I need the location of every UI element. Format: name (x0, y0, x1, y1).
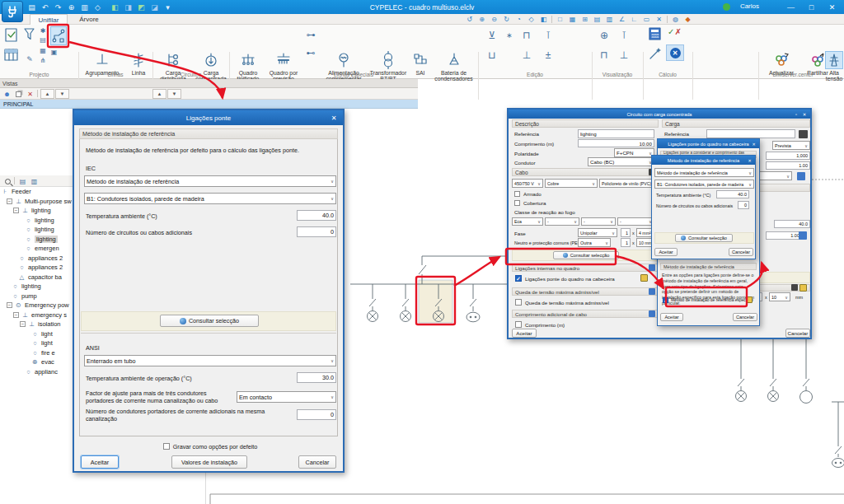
ncond-input[interactable]: 0 (297, 409, 336, 420)
pan-hand-icon[interactable]: ◇ (525, 15, 537, 24)
zoom-window-icon[interactable]: ⊕ (476, 15, 488, 24)
section-icon[interactable] (791, 284, 798, 291)
help-icon[interactable] (799, 231, 807, 240)
dimension-icon[interactable]: ▤ (591, 15, 603, 24)
close-icon[interactable]: ✕ (746, 156, 753, 165)
referencia-input[interactable]: lighting (578, 129, 654, 138)
close-button[interactable]: ✕ (822, 0, 842, 14)
consultar-seleccao-button[interactable]: Consultar selecção (553, 251, 619, 259)
tab-unifilar[interactable]: Unifilar (30, 14, 68, 25)
metodo-b1-combo[interactable]: B1: Condutores isolados, parede de madei… (654, 180, 754, 189)
edit-detail-icon[interactable] (799, 284, 807, 292)
restore-icon[interactable]: ▫ (792, 110, 800, 119)
neutro-count-input[interactable]: 1 (621, 238, 631, 247)
move-down-button[interactable]: ▼ (55, 89, 69, 99)
factor-combo[interactable]: Em contacto∨ (237, 391, 336, 403)
tree-expander-icon[interactable]: − (7, 198, 12, 204)
temp-input[interactable]: 40.0 (716, 190, 749, 198)
grid-icon[interactable]: ▦ (566, 15, 579, 24)
tree-expander-icon[interactable]: − (20, 321, 26, 327)
info-icon[interactable] (649, 264, 655, 271)
ncirc-input[interactable]: 0 (297, 226, 336, 237)
minimize-button[interactable]: — (781, 0, 801, 14)
info-icon[interactable] (649, 310, 655, 317)
fase-count-input[interactable]: 1 (621, 228, 631, 237)
dialog-circuito-titlebar[interactable]: Circuito com carga concentrada ▫ ✕ (509, 110, 810, 119)
aceitar-button[interactable]: Aceitar (512, 329, 537, 338)
info-icon[interactable] (649, 288, 655, 295)
factor-input[interactable]: 1.00 (766, 161, 810, 170)
temp-input[interactable]: 40.0 (297, 210, 336, 221)
maximize-button[interactable]: □ (801, 0, 822, 14)
app-logo-icon[interactable] (2, 1, 23, 22)
armado-checkbox[interactable] (514, 191, 520, 197)
search-icon[interactable] (2, 176, 13, 186)
close-icon[interactable]: ✕ (328, 110, 340, 125)
comprimento-checkbox[interactable] (515, 321, 522, 328)
refresh-icon[interactable]: ↻ (500, 15, 513, 24)
alta-tensao-button[interactable]: Alta tensão (824, 51, 844, 82)
cancelar-button[interactable]: Cancelar (733, 313, 757, 321)
gravar-checkbox[interactable] (163, 443, 170, 450)
edit-detail-icon[interactable] (746, 296, 753, 303)
factor2-input[interactable]: 1.00 (766, 231, 802, 240)
copy-view-icon[interactable] (13, 89, 24, 99)
move-up-button[interactable]: ▲ (152, 89, 166, 99)
cancelar-button[interactable]: Cancelar (729, 248, 753, 256)
cobertura-checkbox[interactable] (514, 200, 520, 206)
neutro-combo[interactable]: Outra∨ (578, 238, 611, 247)
valores-instalacao-button[interactable]: Valores de instalação (171, 455, 247, 469)
tree-expander-icon[interactable]: − (7, 302, 12, 308)
polaridade-combo[interactable]: F+CPN∨ (614, 148, 654, 157)
browse-icon[interactable] (799, 130, 808, 138)
aceitar-button[interactable]: Aceitar (654, 248, 678, 256)
close-icon[interactable]: ✕ (750, 139, 757, 148)
aceitar-button[interactable]: Aceitar (81, 455, 119, 469)
consultar-seleccao-button[interactable]: Consultar selecção (675, 234, 733, 242)
metodo-b1-combo[interactable]: B1: Condutores isolados, parede de madei… (84, 193, 336, 204)
queda-tensao-checkbox[interactable] (515, 299, 522, 306)
edit-detail-icon[interactable] (640, 274, 648, 282)
dialog-ligacoes-titlebar[interactable]: Ligações ponte ✕ (74, 110, 343, 125)
fase-combo[interactable]: Unipolar∨ (578, 228, 617, 237)
potencia-input[interactable]: 1,000 (766, 152, 810, 160)
ortho-icon[interactable]: ∟ (628, 15, 640, 24)
snap-icon[interactable]: ⊞ (579, 15, 591, 24)
expand-all-icon[interactable]: ▤ (17, 176, 28, 186)
tree-expander-icon[interactable]: − (13, 312, 19, 318)
metodo-combo[interactable]: Método de instalação de referência∨ (654, 168, 754, 177)
help-icon[interactable] (797, 172, 805, 180)
ansi-combo[interactable]: Enterrado em tubo∨ (84, 355, 336, 366)
classe-combo[interactable]: -∨ (581, 217, 616, 226)
dialog-cabeceira-titlebar[interactable]: Ligações ponte do quadro na cabeceira ✕ (658, 139, 759, 148)
condutor-combo[interactable]: Cabo (BC)∨ (588, 157, 654, 166)
collapse-all-icon[interactable]: ▥ (29, 176, 40, 186)
orbit-icon[interactable]: ↺ (463, 15, 476, 24)
metodo-combo[interactable]: Método de instalação de referência∨ (84, 175, 336, 187)
classe-combo[interactable]: -∨ (617, 217, 654, 226)
tree-expander-icon[interactable]: − (13, 208, 19, 213)
classe-combo[interactable]: -∨ (545, 217, 579, 226)
delete-view-icon[interactable]: ✕ (25, 89, 35, 99)
metodo-especifico-checkbox[interactable]: ✓ (663, 297, 668, 303)
ncirc-input[interactable]: 0 (738, 201, 749, 209)
zoom-previous-icon[interactable]: ◔ (513, 15, 525, 24)
web-icon[interactable]: ◍ (669, 15, 682, 24)
move-down-button[interactable]: ▼ (167, 89, 181, 99)
temp-op-input[interactable]: 30.0 (297, 372, 336, 383)
close-icon[interactable]: ✕ (800, 110, 809, 119)
window-select-icon[interactable]: □ (554, 15, 566, 24)
ligacoes-ponte-checkbox[interactable]: ✓ (515, 275, 522, 282)
capture-icon[interactable]: ◧ (537, 15, 550, 24)
classe-combo[interactable]: Eca∨ (512, 217, 543, 226)
seccao-combo[interactable]: 10∨ (769, 292, 790, 301)
help-book-icon[interactable]: ◆ (682, 15, 694, 24)
zoom-out-icon[interactable]: ⊖ (488, 15, 500, 24)
cancelar-button[interactable]: Cancelar (785, 329, 810, 338)
angle-icon[interactable]: ∠ (616, 15, 628, 24)
close-tool-icon[interactable]: ✕ (653, 15, 665, 24)
text-style-icon[interactable]: ▥ (603, 15, 616, 24)
aceitar-button[interactable]: Aceitar (660, 313, 683, 321)
isolamento-combo[interactable]: Policloreto de vinilo (PVC)∨ (599, 179, 654, 188)
tab-arvore[interactable]: Árvore (71, 14, 107, 25)
